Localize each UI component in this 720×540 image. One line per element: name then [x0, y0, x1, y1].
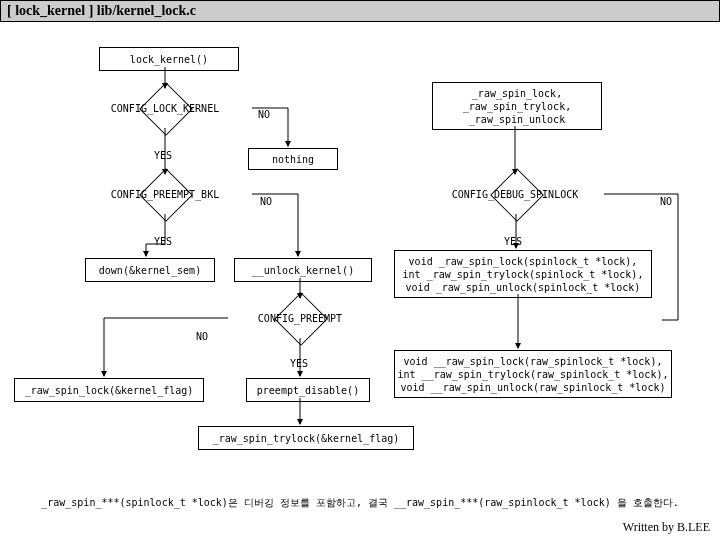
node-raw-spin-trylock-flag: _raw_spin_trylock(&kernel_flag): [198, 426, 414, 450]
edge-no-1: NO: [258, 109, 270, 120]
node-nothing: nothing: [248, 148, 338, 170]
edge-yes-3: YES: [504, 236, 522, 247]
node-unlock-kernel: __unlock_kernel(): [234, 258, 372, 282]
title-bar: [ lock_kernel ] lib/kernel_lock.c: [0, 0, 720, 22]
edge-yes-2: YES: [154, 236, 172, 247]
node-down: down(&kernel_sem): [85, 258, 215, 282]
edge-no-3: NO: [660, 196, 672, 207]
edge-no-4: NO: [196, 331, 208, 342]
footer-credit: Written by B.LEE: [623, 520, 710, 535]
node-preempt-disable: preempt_disable(): [246, 378, 370, 402]
decision-config-preempt: [274, 292, 328, 346]
node-void-raw-spin: void _raw_spin_lock(spinlock_t *lock), i…: [394, 250, 652, 298]
edge-yes-1: YES: [154, 150, 172, 161]
decision-config-lock-kernel: [139, 82, 193, 136]
edge-no-2: NO: [260, 196, 272, 207]
footer-note: _raw_spin_***(spinlock_t *lock)은 디버깅 정보를…: [0, 496, 720, 510]
node-raw-spin-lock-flag: _raw_spin_lock(&kernel_flag): [14, 378, 204, 402]
decision-config-preempt-bkl: [139, 168, 193, 222]
node-void-raw-spin2: void __raw_spin_lock(raw_spinlock_t *loc…: [394, 350, 672, 398]
edge-yes-4: YES: [290, 358, 308, 369]
node-start: lock_kernel(): [99, 47, 239, 71]
node-raw-spin-group: _raw_spin_lock, _raw_spin_trylock, _raw_…: [432, 82, 602, 130]
decision-config-debug-spinlock: [490, 168, 544, 222]
